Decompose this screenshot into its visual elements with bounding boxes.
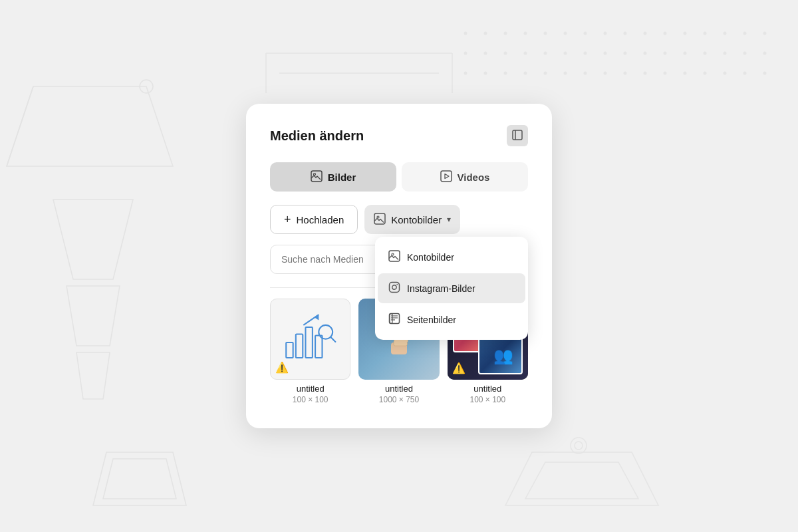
svg-line-89	[331, 337, 335, 342]
svg-point-35	[684, 52, 687, 55]
svg-rect-74	[390, 283, 400, 293]
svg-marker-60	[505, 452, 658, 505]
svg-point-13	[564, 32, 567, 35]
svg-point-53	[724, 72, 727, 75]
people-emoji: 👥	[493, 346, 513, 365]
svg-point-8	[464, 32, 467, 35]
instagram-icon	[388, 281, 400, 295]
svg-point-50	[664, 72, 667, 75]
svg-rect-84	[305, 327, 312, 358]
svg-point-32	[624, 52, 627, 55]
svg-point-48	[624, 72, 627, 75]
svg-point-49	[644, 72, 647, 75]
media-item-1[interactable]: ⚠️ untitled 100 × 100	[270, 299, 350, 404]
svg-line-5	[7, 86, 33, 166]
svg-rect-64	[513, 130, 522, 140]
source-dropdown-menu: Kontobilder Instagram-Bilder	[375, 237, 528, 340]
source-dropdown-label: Kontobilder	[391, 214, 442, 225]
svg-rect-82	[286, 342, 293, 358]
svg-point-30	[584, 52, 587, 55]
seitenbilder-icon	[388, 313, 400, 327]
tab-videos[interactable]: Videos	[402, 162, 528, 192]
modal-title: Medien ändern	[270, 128, 364, 144]
upload-button[interactable]: + Hochladen	[270, 205, 358, 234]
svg-point-27	[524, 52, 527, 55]
svg-rect-85	[315, 336, 322, 358]
svg-point-23	[763, 32, 767, 35]
tab-row: Bilder Videos	[270, 162, 528, 192]
svg-point-44	[544, 72, 547, 75]
dropdown-item-kontobilder[interactable]: Kontobilder	[378, 242, 525, 272]
dropdown-item-instagram[interactable]: Instagram-Bilder	[378, 273, 525, 303]
svg-point-63	[575, 442, 583, 450]
svg-point-25	[484, 52, 487, 55]
source-dropdown-button[interactable]: Kontobilder ▾	[364, 205, 460, 234]
svg-point-10	[504, 32, 507, 35]
media-label-3: untitled	[473, 384, 501, 394]
dropdown-item-seitenbilder-label: Seitenbilder	[407, 315, 456, 325]
svg-point-42	[504, 72, 507, 75]
svg-marker-7	[103, 459, 176, 499]
svg-point-16	[624, 32, 627, 35]
svg-point-67	[313, 173, 315, 175]
dropdown-item-kontobilder-label: Kontobilder	[407, 252, 454, 263]
svg-point-31	[604, 52, 607, 55]
warning-badge-3: ⚠️	[452, 361, 466, 376]
svg-marker-69	[445, 174, 449, 178]
svg-point-39	[763, 52, 767, 55]
svg-point-28	[544, 52, 547, 55]
svg-marker-0	[7, 86, 173, 166]
tab-bilder[interactable]: Bilder	[270, 162, 396, 192]
svg-marker-6	[93, 452, 186, 505]
kontobilder-icon	[388, 250, 400, 264]
chevron-down-icon: ▾	[447, 215, 451, 224]
svg-point-62	[571, 438, 587, 454]
svg-point-26	[504, 52, 507, 55]
svg-point-73	[392, 253, 394, 255]
video-tab-icon	[440, 170, 452, 184]
svg-point-18	[664, 32, 667, 35]
media-label-1: untitled	[297, 384, 325, 394]
svg-point-52	[704, 72, 707, 75]
media-size-1: 100 × 100	[293, 395, 329, 404]
media-size-2: 1000 × 750	[379, 395, 419, 404]
svg-point-76	[396, 284, 398, 285]
svg-point-33	[644, 52, 647, 55]
svg-point-22	[743, 32, 747, 35]
action-row: + Hochladen Kontobilder ▾	[270, 205, 528, 234]
svg-point-20	[704, 32, 707, 35]
svg-point-46	[584, 72, 587, 75]
svg-marker-3	[66, 286, 120, 346]
svg-marker-2	[53, 200, 133, 279]
sidebar-icon	[512, 130, 523, 142]
svg-point-43	[524, 72, 527, 75]
svg-point-36	[704, 52, 707, 55]
plus-icon: +	[284, 213, 291, 227]
tab-bilder-label: Bilder	[328, 172, 356, 183]
svg-marker-4	[76, 352, 110, 399]
sidebar-toggle-button[interactable]	[507, 125, 528, 146]
dropdown-item-seitenbilder[interactable]: Seitenbilder	[378, 305, 525, 334]
svg-point-1	[140, 80, 153, 93]
svg-point-29	[564, 52, 567, 55]
source-icon	[374, 213, 386, 227]
svg-point-34	[664, 52, 667, 55]
media-label-2: untitled	[385, 384, 413, 394]
svg-point-11	[524, 32, 527, 35]
svg-point-40	[464, 72, 467, 75]
svg-point-24	[464, 52, 467, 55]
svg-point-47	[604, 72, 607, 75]
svg-rect-81	[390, 314, 392, 323]
svg-point-12	[544, 32, 547, 35]
warning-badge-1: ⚠️	[275, 360, 289, 375]
svg-rect-83	[296, 334, 303, 358]
svg-point-71	[377, 216, 379, 218]
svg-marker-61	[525, 462, 638, 499]
svg-point-15	[604, 32, 607, 35]
media-change-modal: Medien ändern Bilder	[246, 104, 552, 428]
svg-point-14	[584, 32, 587, 35]
svg-point-37	[724, 52, 727, 55]
svg-rect-77	[390, 314, 400, 324]
dropdown-item-instagram-label: Instagram-Bilder	[407, 283, 475, 294]
svg-point-54	[743, 72, 747, 75]
